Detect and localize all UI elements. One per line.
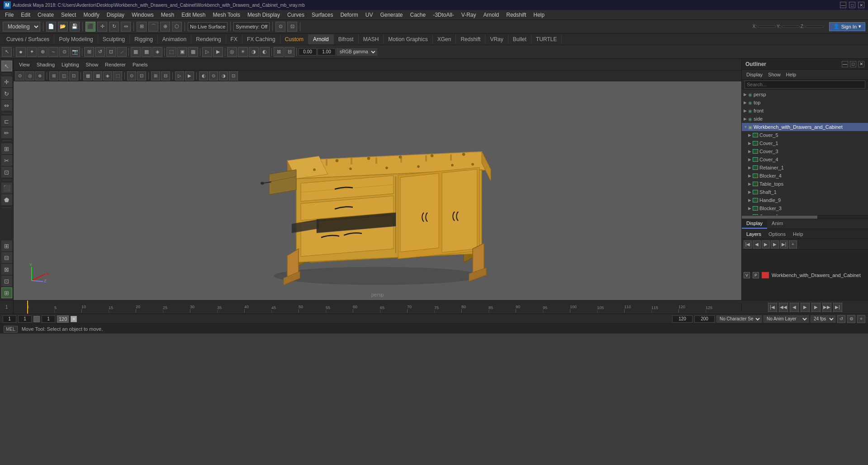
char-set-dropdown[interactable]: No Character Set xyxy=(716,315,762,323)
rt-btn6[interactable]: ⊡ xyxy=(69,71,78,80)
fps-dropdown[interactable]: 24 fps xyxy=(811,315,835,323)
rotate-btn[interactable]: ↻ xyxy=(109,22,119,32)
sphere-btn[interactable]: ● xyxy=(16,47,26,57)
layer-btn1[interactable]: ⊞ xyxy=(1,240,12,251)
anim-end2-input[interactable] xyxy=(694,315,715,323)
snap-surface-btn[interactable]: ⬡ xyxy=(172,22,182,32)
tab-fx-caching[interactable]: FX Caching xyxy=(242,34,280,44)
history-btn[interactable]: ⊡ xyxy=(287,22,297,32)
rt-btn11[interactable]: ⊙ xyxy=(127,71,136,80)
menu-file[interactable]: File xyxy=(2,11,17,19)
layer-btn2[interactable]: ⊟ xyxy=(1,252,12,263)
refresh-btn[interactable]: ↺ xyxy=(837,315,845,323)
prev-key-btn[interactable]: ◀◀ xyxy=(779,303,788,312)
rt-btn10[interactable]: ⬚ xyxy=(113,71,122,80)
menu-display[interactable]: Display xyxy=(104,11,128,19)
nav-play-btn[interactable]: ▶ xyxy=(762,240,770,249)
tab-poly-modeling[interactable]: Poly Modeling xyxy=(54,34,98,44)
rot-btn[interactable]: ↺ xyxy=(95,47,105,57)
vp-menu-panels[interactable]: Panels xyxy=(130,61,151,68)
tab-curves-surfaces[interactable]: Curves / Surfaces xyxy=(2,34,54,44)
tab-custom[interactable]: Custom xyxy=(280,34,308,44)
ob-tab-anim[interactable]: Anim xyxy=(767,219,787,229)
curve-btn[interactable]: ~ xyxy=(48,47,58,57)
scale-tool-btn[interactable]: ⇔ xyxy=(1,100,12,111)
tree-item-blocker4[interactable]: ▶Blocker_4 xyxy=(742,172,868,180)
rt-btn2[interactable]: ◎ xyxy=(25,71,34,80)
tab-arnold[interactable]: Arnold xyxy=(308,34,334,44)
menu-help[interactable]: Help xyxy=(530,11,548,19)
rt-btn17[interactable]: ◐ xyxy=(199,71,208,80)
isolate-btn[interactable]: ⊠ xyxy=(274,47,284,57)
menu-3dtoall[interactable]: -3DtoAll- xyxy=(430,11,457,19)
viewport-canvas[interactable]: X Y Z persp xyxy=(14,81,741,300)
menu-select[interactable]: Select xyxy=(58,11,79,19)
menu-modify[interactable]: Modify xyxy=(80,11,102,19)
menu-cache[interactable]: Cache xyxy=(407,11,429,19)
minimize-button[interactable]: — xyxy=(840,2,846,8)
outliner-menu-show[interactable]: Show xyxy=(765,71,783,78)
vp-menu-show[interactable]: Show xyxy=(83,61,101,68)
menu-mesh[interactable]: Mesh xyxy=(158,11,177,19)
obs-tab-help[interactable]: Help xyxy=(790,230,806,238)
extrude-btn[interactable]: ⬛ xyxy=(1,183,12,193)
tab-rigging[interactable]: Rigging xyxy=(130,34,158,44)
rt-btn14[interactable]: ⊟ xyxy=(161,71,170,80)
snap-point-btn[interactable]: ⊕ xyxy=(160,22,170,32)
locator-btn[interactable]: ⊕ xyxy=(38,47,47,57)
close-button[interactable]: ✕ xyxy=(858,2,864,8)
rt-btn18[interactable]: ⊙ xyxy=(209,71,218,80)
rotate-tool-btn[interactable]: ↻ xyxy=(1,88,12,99)
move-tool-btn[interactable]: ✛ xyxy=(1,76,12,87)
snap-btn1[interactable]: ▦ xyxy=(131,47,141,57)
menu-mesh-tools[interactable]: Mesh Tools xyxy=(210,11,243,19)
menu-curves[interactable]: Curves xyxy=(284,11,308,19)
select-tool-btn[interactable]: ↖ xyxy=(2,47,12,57)
light-btn[interactable]: ✦ xyxy=(27,47,37,57)
tree-item-cover3[interactable]: ▶Cover_3 xyxy=(742,147,868,155)
rt-btn8[interactable]: ▩ xyxy=(93,71,102,80)
tree-item-tabletops[interactable]: ▶Table_tops xyxy=(742,180,868,188)
outliner-menu-help[interactable]: Help xyxy=(783,71,799,78)
tree-item-shaft1[interactable]: ▶Shaft_1 xyxy=(742,188,868,196)
rt-btn7[interactable]: ▦ xyxy=(83,71,92,80)
vp-menu-lighting[interactable]: Lighting xyxy=(59,61,82,68)
next-key-btn[interactable]: ▶▶ xyxy=(822,303,831,312)
rt-btn3[interactable]: ⊕ xyxy=(35,71,44,80)
plus-btn[interactable]: + xyxy=(857,315,865,323)
rt-btn9[interactable]: ◈ xyxy=(103,71,112,80)
nav-next-key-btn[interactable]: ▶| xyxy=(780,240,788,249)
shear-btn[interactable]: ⟋ xyxy=(117,47,127,57)
tab-vray[interactable]: VRay xyxy=(485,34,508,44)
tab-motion-graphics[interactable]: Motion Graphics xyxy=(384,34,432,44)
outliner-minimize-btn[interactable]: — xyxy=(842,61,848,67)
snap-btn3[interactable]: ◈ xyxy=(152,47,162,57)
tab-fx[interactable]: FX xyxy=(226,34,242,44)
anim-layer-dropdown[interactable]: No Anim Layer xyxy=(764,315,809,323)
outliner-horizontal-scrollbar[interactable] xyxy=(742,215,868,219)
mode-dropdown[interactable]: Modeling xyxy=(3,22,40,32)
new-scene-btn[interactable]: 📄 xyxy=(46,22,56,32)
scl-btn[interactable]: ⊡ xyxy=(106,47,116,57)
tree-item-blocker3[interactable]: ▶Blocker_3 xyxy=(742,204,868,212)
range-start-input[interactable] xyxy=(18,315,32,323)
tree-item-cover5[interactable]: ▶Cover_5 xyxy=(742,131,868,139)
scale-btn[interactable]: ⇔ xyxy=(121,22,131,32)
obs-tab-layers[interactable]: Layers xyxy=(744,230,764,238)
next-frame-btn[interactable]: ▶ xyxy=(811,303,821,312)
menu-surfaces[interactable]: Surfaces xyxy=(308,11,336,19)
outliner-close-btn[interactable]: ✕ xyxy=(858,61,864,67)
tab-sculpting[interactable]: Sculpting xyxy=(98,34,130,44)
tab-turtle[interactable]: TURTLE xyxy=(531,34,562,44)
layer-btn4[interactable]: ⊡ xyxy=(1,276,12,287)
outliner-tree[interactable]: ▶ ◉ persp ▶ ◉ top ▶ ◉ front ▶ ◉ side xyxy=(742,89,868,215)
settings-btn[interactable]: ⚙ xyxy=(847,315,855,323)
tab-redshift[interactable]: Redshift xyxy=(456,34,485,44)
soft-select-btn[interactable]: ⊙ xyxy=(275,22,285,32)
play-btn[interactable]: ▶ xyxy=(801,303,810,312)
no-live-surface-label[interactable]: No Live Surface xyxy=(188,22,228,31)
vp-menu-shading[interactable]: Shading xyxy=(34,61,57,68)
rt-btn12[interactable]: ⊡ xyxy=(137,71,146,80)
shadow-btn[interactable]: ◑ xyxy=(249,47,259,57)
tab-xgen[interactable]: XGen xyxy=(433,34,456,44)
